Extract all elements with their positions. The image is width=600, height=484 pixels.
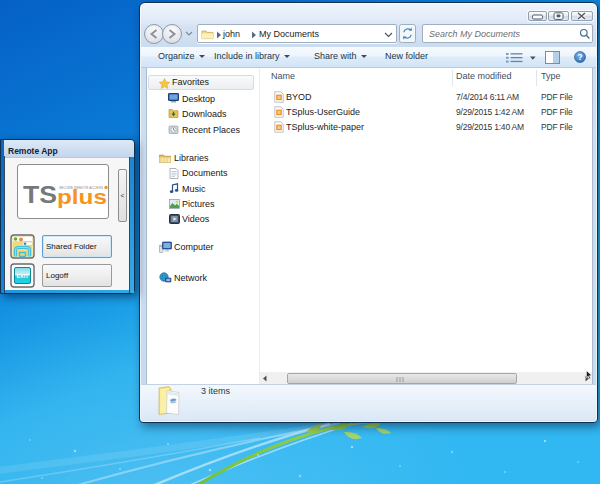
svg-text:EXIT: EXIT: [16, 273, 29, 279]
svg-text:TS: TS: [23, 181, 57, 208]
svg-text:SECURE REMOTE ACCESS: SECURE REMOTE ACCESS: [59, 186, 104, 190]
svg-text:?: ?: [577, 52, 582, 62]
